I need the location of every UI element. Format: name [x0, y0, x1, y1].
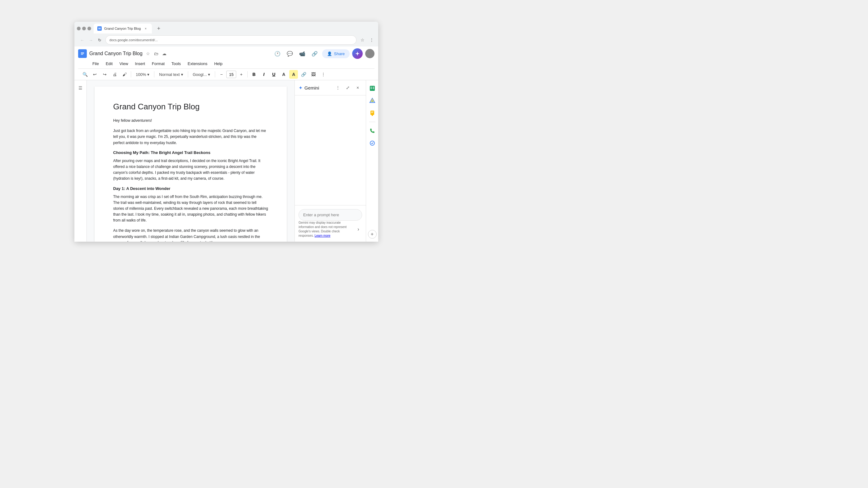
docs-app-icon	[78, 49, 87, 58]
bold-btn[interactable]: B	[250, 70, 258, 79]
gemini-header: ✦ Gemini ⋮ ⤢ ×	[295, 80, 366, 95]
menu-extensions[interactable]: Extensions	[184, 60, 211, 67]
doc-para-2[interactable]: Just got back from an unforgettable solo…	[113, 128, 268, 146]
underline-btn[interactable]: U	[269, 70, 278, 79]
svg-rect-10	[370, 89, 372, 89]
phone-sidebar-icon[interactable]	[367, 126, 377, 136]
gemini-arrow-btn[interactable]: ›	[354, 226, 362, 233]
text-color-btn[interactable]: A	[279, 70, 288, 79]
svg-rect-9	[373, 88, 374, 88]
zoom-dropdown-arrow: ▾	[147, 72, 149, 77]
gemini-footer: Gemini may display inaccurate informatio…	[295, 205, 366, 242]
outline-icon[interactable]: ☰	[76, 83, 85, 93]
window-close-btn[interactable]	[87, 27, 91, 30]
menu-tools[interactable]: Tools	[168, 60, 184, 67]
gemini-more-icon: ⋮	[336, 85, 340, 90]
link-toolbar-btn[interactable]: 🔗	[299, 70, 308, 79]
menu-file[interactable]: File	[89, 60, 102, 67]
text-style-dropdown[interactable]: Normal text ▾	[156, 71, 186, 78]
gemini-learn-more[interactable]: Learn more	[315, 234, 331, 237]
doc-heading-2[interactable]: Day 1: A Descent into Wonder	[113, 186, 268, 191]
chat-symbol: 💬	[287, 51, 293, 57]
menu-edit[interactable]: Edit	[103, 60, 116, 67]
document-title: Grand Canyon Trip Blog	[89, 51, 143, 56]
browser-tab[interactable]: W Grand Canyon Trip Blog ×	[94, 24, 152, 33]
gemini-close-btn[interactable]: ×	[353, 83, 362, 92]
gemini-button[interactable]	[352, 48, 363, 59]
chat-icon[interactable]: 💬	[285, 48, 295, 59]
folder-icon[interactable]: 🗁	[153, 51, 159, 57]
gemini-prompt-input[interactable]	[299, 209, 362, 221]
search-toolbar-btn[interactable]: 🔍	[81, 70, 89, 79]
font-size-input[interactable]	[226, 71, 236, 78]
gemini-panel: ✦ Gemini ⋮ ⤢ ×	[294, 80, 366, 242]
sheets-sidebar-icon[interactable]	[367, 83, 377, 93]
more-toolbar-icon: ⋮	[321, 72, 326, 77]
menu-view[interactable]: View	[116, 60, 131, 67]
left-sidebar: ☰	[74, 80, 87, 242]
highlight-btn[interactable]: A	[289, 70, 298, 79]
doc-para-5[interactable]: As the day wore on, the temperature rose…	[113, 228, 268, 242]
font-dropdown[interactable]: Googl... ▾	[190, 71, 213, 78]
italic-btn[interactable]: I	[259, 70, 268, 79]
share-icon: 👤	[327, 52, 332, 56]
svg-rect-2	[81, 53, 84, 54]
paint-btn[interactable]: 🖌	[120, 70, 129, 79]
gemini-expand-btn[interactable]: ⤢	[343, 83, 352, 92]
gemini-disclaimer: Gemini may display inaccurate informatio…	[299, 221, 354, 238]
cloud-icon[interactable]: ☁	[161, 51, 167, 57]
menu-insert[interactable]: Insert	[132, 60, 148, 67]
font-size-minus[interactable]: −	[217, 70, 226, 79]
print-btn[interactable]: 🖨	[111, 70, 119, 79]
add-sidebar-icon: +	[371, 231, 374, 237]
redo-btn[interactable]: ↪	[100, 70, 109, 79]
menu-help[interactable]: Help	[211, 60, 226, 67]
font-size-plus[interactable]: +	[237, 70, 246, 79]
toolbar-divider-5	[247, 71, 248, 77]
font-size-ctrl: − +	[217, 70, 246, 79]
image-toolbar-btn[interactable]: 🖼	[309, 70, 318, 79]
tasks-sidebar-icon[interactable]	[367, 138, 377, 148]
history-icon[interactable]: 🕐	[273, 48, 282, 59]
doc-heading-1[interactable]: Choosing My Path: The Bright Angel Trail…	[113, 150, 268, 155]
more-toolbar-btn[interactable]: ⋮	[319, 70, 328, 79]
link-symbol: 🔗	[312, 51, 318, 57]
window-maximize-btn[interactable]	[82, 27, 86, 30]
doc-para-1[interactable]: Hey fellow adventurers!	[113, 118, 268, 124]
bookmark-btn[interactable]: ☆	[359, 36, 366, 44]
address-bar[interactable]: docs.google.com/document/d/...	[105, 35, 356, 44]
undo-icon: ↩	[93, 72, 97, 77]
history-symbol: 🕐	[274, 51, 281, 57]
refresh-btn[interactable]: ↻	[95, 36, 103, 44]
new-tab-btn[interactable]: +	[154, 24, 163, 33]
zoom-dropdown[interactable]: 100% ▾	[133, 71, 152, 78]
share-button[interactable]: 👤 Share	[322, 49, 350, 58]
user-avatar[interactable]	[365, 49, 374, 58]
forward-btn[interactable]: →	[87, 36, 95, 44]
toolbar-divider-2	[154, 71, 154, 77]
svg-rect-8	[370, 88, 372, 88]
doc-main-title: Grand Canyon Trip Blog	[113, 102, 268, 111]
forward-icon: →	[89, 38, 93, 42]
tab-title: Grand Canyon Trip Blog	[104, 27, 141, 30]
redo-icon: ↪	[103, 72, 106, 77]
drive-sidebar-icon[interactable]	[367, 96, 377, 106]
browser-menu-btn[interactable]: ⋮	[368, 36, 376, 44]
meet-icon[interactable]: 📹	[297, 48, 307, 59]
add-sidebar-btn[interactable]: +	[368, 230, 377, 238]
link-icon[interactable]: 🔗	[310, 48, 320, 59]
back-btn[interactable]: ←	[78, 36, 86, 44]
back-icon: ←	[80, 38, 84, 42]
page-area: Grand Canyon Trip Blog Hey fellow advent…	[87, 80, 294, 242]
undo-btn[interactable]: ↩	[91, 70, 99, 79]
window-minimize-btn[interactable]	[77, 27, 81, 30]
keep-sidebar-icon[interactable]	[367, 108, 377, 118]
doc-para-4[interactable]: The morning air was crisp as I set off f…	[113, 194, 268, 224]
doc-para-3[interactable]: After pouring over maps and trail descri…	[113, 158, 268, 182]
menu-format[interactable]: Format	[149, 60, 168, 67]
star-icon[interactable]: ☆	[145, 51, 151, 57]
tab-close-btn[interactable]: ×	[143, 26, 148, 31]
gemini-disclaimer-row: Gemini may display inaccurate informatio…	[299, 221, 362, 238]
svg-rect-18	[372, 115, 373, 116]
gemini-more-btn[interactable]: ⋮	[334, 83, 342, 92]
